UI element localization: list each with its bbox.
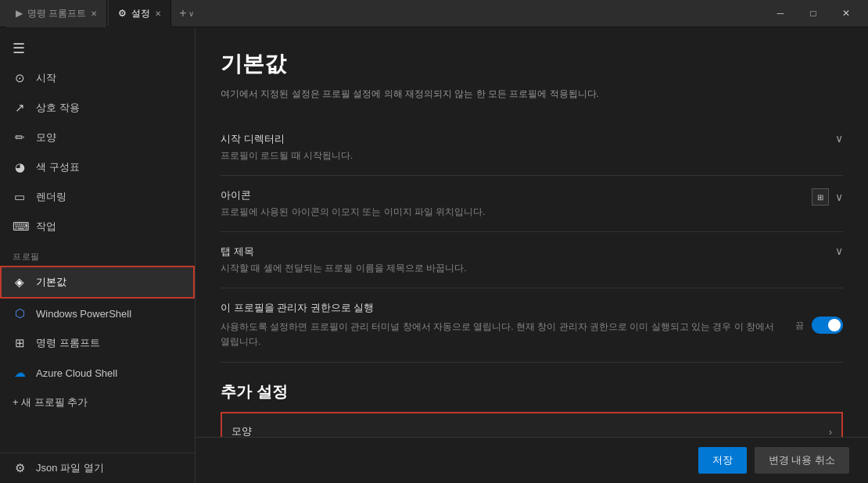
setting-tab-title-control[interactable]: ∨	[804, 245, 843, 257]
setting-icon-title: 아이콘	[221, 188, 486, 202]
json-icon: ⚙	[13, 461, 27, 475]
sidebar-item-label-interact: 상호 작용	[36, 101, 80, 115]
setting-start-dir-control[interactable]: ∨	[804, 132, 843, 145]
icon-preview-box: ⊞	[812, 188, 829, 206]
toggle-thumb	[828, 319, 841, 331]
sidebar-item-actions[interactable]: ⌨ 작업	[0, 212, 195, 242]
sidebar-item-label-start: 시작	[36, 71, 56, 85]
open-json-label: Json 파일 열기	[36, 461, 104, 475]
sidebar-item-defaults[interactable]: ◈ 기본값	[0, 266, 195, 299]
sidebar-item-colorscheme[interactable]: ◕ 색 구성표	[0, 152, 195, 182]
sidebar-item-label-colorscheme: 색 구성표	[36, 160, 80, 174]
setting-admin-run: 이 프로필을 관리자 권한으로 실행 사용하도록 설정하면 프로필이 관리 터미…	[221, 288, 843, 363]
rendering-icon: ▭	[13, 190, 27, 204]
cmd-tab-label: 명령 프롬프트	[27, 7, 86, 20]
sidebar-item-label-azure: Azure Cloud Shell	[36, 367, 117, 379]
plus-icon: +	[179, 6, 186, 20]
setting-tab-title-desc: 시작할 때 셸에 전달되는 프로필 이름을 제목으로 바꿉니다.	[221, 262, 467, 275]
powershell-icon: ⬡	[13, 306, 27, 320]
icon-chevron-icon: ∨	[835, 191, 843, 203]
sidebar: ☰ ⊙ 시작 ↗ 상호 작용 ✏ 모양 ◕ 색 구성표 ▭ 렌더링 ⌨ 작업 프…	[0, 27, 195, 483]
toggle-label: 끔	[795, 320, 804, 331]
main-layout: ☰ ⊙ 시작 ↗ 상호 작용 ✏ 모양 ◕ 색 구성표 ▭ 렌더링 ⌨ 작업 프…	[0, 27, 868, 483]
cmd-icon: ⊞	[13, 336, 27, 350]
additional-section-title: 추가 설정	[221, 381, 843, 402]
setting-start-dir-header: 시작 디렉터리 프로필이 로드될 때 시작됩니다. ∨	[221, 132, 843, 163]
sidebar-menu-icon[interactable]: ☰	[0, 34, 195, 63]
actions-icon: ⌨	[13, 220, 27, 234]
maximize-button[interactable]: □	[798, 0, 829, 27]
setting-tab-title: 탭 제목 시작할 때 셸에 전달되는 프로필 이름을 제목으로 바꿉니다. ∨	[221, 232, 843, 288]
page-description: 여기에서 지정된 설정은 프로필 설정에 의해 재정의되지 않는 한 모든 프로…	[221, 87, 843, 101]
admin-content: 이 프로필을 관리자 권한으로 실행 사용하도록 설정하면 프로필이 관리 터미…	[221, 301, 843, 349]
window-close-button[interactable]: ✕	[830, 0, 862, 27]
tab-cmd[interactable]: ▶ 명령 프롬프트 ✕	[6, 0, 107, 27]
setting-start-dir-title: 시작 디렉터리	[221, 132, 353, 146]
sidebar-item-azure[interactable]: ☁ Azure Cloud Shell	[0, 358, 195, 388]
admin-desc: 사용하도록 설정하면 프로필이 관리 터미널 창에서 자동으로 열립니다. 현재…	[221, 320, 783, 349]
settings-tab-label: 설정	[131, 7, 150, 20]
sidebar-item-rendering[interactable]: ▭ 렌더링	[0, 182, 195, 212]
sidebar-bottom: ⚙ Json 파일 열기	[0, 453, 195, 483]
cmd-tab-close[interactable]: ✕	[91, 9, 97, 18]
admin-toggle[interactable]	[812, 317, 843, 334]
page-title: 기본값	[221, 49, 843, 79]
open-json-button[interactable]: ⚙ Json 파일 열기	[0, 453, 195, 483]
add-profile-button[interactable]: + 새 프로필 추가	[0, 388, 195, 417]
footer-actions: 저장 변경 내용 취소	[195, 437, 868, 483]
sidebar-item-label-powershell: Windows PowerShell	[36, 308, 131, 320]
setting-icon-header: 아이콘 프로필에 사용된 아이콘의 이모지 또는 이미지 파일 위치입니다. ⊞…	[221, 188, 843, 219]
content-area: 기본값 여기에서 지정된 설정은 프로필 설정에 의해 재정의되지 않는 한 모…	[195, 27, 868, 483]
setting-icon-text: 아이콘 프로필에 사용된 아이콘의 이모지 또는 이미지 파일 위치입니다.	[221, 188, 486, 219]
cmd-tab-icon: ▶	[16, 8, 23, 19]
sidebar-item-label-rendering: 렌더링	[36, 190, 66, 204]
new-tab-button[interactable]: + ∨	[173, 0, 199, 27]
admin-text: 이 프로필을 관리자 권한으로 실행 사용하도록 설정하면 프로필이 관리 터미…	[221, 301, 783, 349]
sidebar-item-label-appearance: 모양	[36, 131, 56, 145]
setting-start-dir: 시작 디렉터리 프로필이 로드될 때 시작됩니다. ∨	[221, 120, 843, 176]
setting-icon-desc: 프로필에 사용된 아이콘의 이모지 또는 이미지 파일 위치입니다.	[221, 206, 486, 219]
sidebar-item-label-actions: 작업	[36, 220, 56, 234]
start-icon: ⊙	[13, 71, 27, 85]
tab-settings[interactable]: ⚙ 설정 ✕	[109, 0, 171, 27]
sidebar-item-appearance[interactable]: ✏ 모양	[0, 123, 195, 152]
add-profile-label: + 새 프로필 추가	[13, 395, 88, 410]
toggle-track	[812, 317, 843, 334]
sidebar-item-label-defaults: 기본값	[36, 275, 66, 289]
settings-tab-close[interactable]: ✕	[155, 9, 161, 18]
admin-control: 끔	[795, 317, 843, 334]
sidebar-item-powershell[interactable]: ⬡ Windows PowerShell	[0, 299, 195, 328]
tab-list: ▶ 명령 프롬프트 ✕ ⚙ 설정 ✕ + ∨	[6, 0, 765, 27]
dropdown-icon: ∨	[188, 9, 194, 18]
settings-tab-icon: ⚙	[118, 8, 127, 19]
colorscheme-icon: ◕	[13, 160, 27, 174]
azure-icon: ☁	[13, 366, 27, 380]
defaults-icon: ◈	[13, 275, 27, 289]
sidebar-item-label-cmd: 명령 프롬프트	[36, 336, 100, 350]
appearance-link-chevron-icon: ›	[829, 426, 832, 438]
setting-start-dir-text: 시작 디렉터리 프로필이 로드될 때 시작됩니다.	[221, 132, 353, 163]
setting-tab-title-title: 탭 제목	[221, 245, 467, 259]
setting-tab-title-header: 탭 제목 시작할 때 셸에 전달되는 프로필 이름을 제목으로 바꿉니다. ∨	[221, 245, 843, 275]
chevron-down-icon: ∨	[835, 132, 843, 145]
cancel-button[interactable]: 변경 내용 취소	[755, 447, 849, 474]
sidebar-item-cmd[interactable]: ⊞ 명령 프롬프트	[0, 328, 195, 358]
titlebar: ▶ 명령 프롬프트 ✕ ⚙ 설정 ✕ + ∨ ─ □ ✕	[0, 0, 868, 27]
appearance-icon: ✏	[13, 131, 27, 145]
profiles-section-label: 프로필	[0, 242, 195, 266]
sidebar-item-interact[interactable]: ↗ 상호 작용	[0, 93, 195, 123]
save-button[interactable]: 저장	[698, 447, 747, 474]
sidebar-item-start[interactable]: ⊙ 시작	[0, 63, 195, 93]
setting-start-dir-desc: 프로필이 로드될 때 시작됩니다.	[221, 149, 353, 163]
minimize-button[interactable]: ─	[765, 0, 796, 27]
setting-icon-control[interactable]: ⊞ ∨	[804, 188, 843, 206]
window-controls: ─ □ ✕	[765, 0, 862, 27]
tab-title-chevron-icon: ∨	[835, 245, 843, 257]
setting-icon: 아이콘 프로필에 사용된 아이콘의 이모지 또는 이미지 파일 위치입니다. ⊞…	[221, 176, 843, 232]
setting-tab-title-text: 탭 제목 시작할 때 셸에 전달되는 프로필 이름을 제목으로 바꿉니다.	[221, 245, 467, 275]
interact-icon: ↗	[13, 101, 27, 115]
admin-title: 이 프로필을 관리자 권한으로 실행	[221, 301, 783, 315]
